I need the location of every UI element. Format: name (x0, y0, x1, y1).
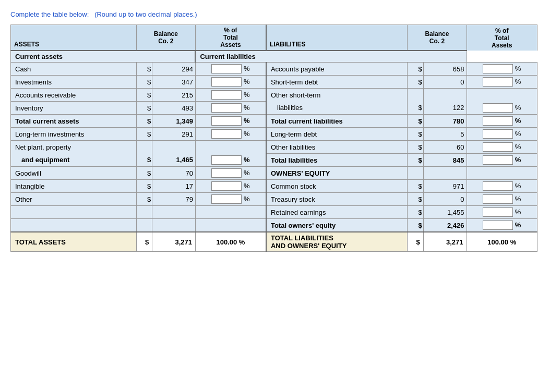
other-short-term-dollar-empty (408, 89, 423, 102)
total-liab-equity-amount: 3,271 (423, 232, 467, 252)
empty-left-total-equity-pct (195, 219, 266, 232)
assets-header: ASSETS (11, 25, 137, 51)
total-owners-equity-label: Total owners' equity (266, 219, 408, 232)
total-assets-amount: 3,271 (152, 232, 196, 252)
net-plant-pct-input[interactable] (211, 155, 242, 165)
liabilities-pct-input[interactable] (483, 103, 513, 113)
short-term-debt-label: Short-term debt (266, 76, 408, 89)
intangible-amount: 17 (152, 180, 196, 193)
total-owners-equity-pct-input[interactable] (483, 220, 513, 230)
net-plant-pct-empty (195, 141, 266, 154)
pct-assets-left-header: % ofTotalAssets (195, 25, 266, 51)
investments-pct-input[interactable] (211, 77, 242, 87)
empty-left-retained-pct (195, 206, 266, 219)
short-term-debt-pct-cell: % (467, 76, 537, 89)
accounts-receivable-dollar: $ (136, 89, 152, 102)
cash-pct-input[interactable] (211, 64, 242, 74)
total-assets-label: TOTAL ASSETS (11, 232, 137, 252)
inventory-amount: 493 (152, 102, 196, 115)
goodwill-pct-cell: % (195, 167, 266, 180)
total-liab-equity-pct: 100.00 % (467, 232, 537, 252)
cash-dollar: $ (136, 63, 152, 76)
net-plant-amount-empty (152, 141, 196, 154)
total-current-liabilities-label: Total current liabilities (266, 115, 408, 128)
financial-table: ASSETS BalanceCo. 2 % ofTotalAssets LIAB… (10, 24, 537, 252)
retained-earnings-amount: 1,455 (423, 206, 467, 219)
accounts-receivable-label: Accounts receivable (11, 89, 137, 102)
other-liabilities-label: Other liabilities (266, 141, 408, 154)
cash-amount: 294 (152, 63, 196, 76)
empty-left-total-equity-amount (152, 219, 196, 232)
long-term-debt-pct-input[interactable] (483, 129, 513, 139)
investments-pct-cell: % (195, 76, 266, 89)
accounts-payable-amount: 658 (423, 63, 467, 76)
other-liabilities-dollar: $ (408, 141, 423, 154)
total-current-assets-dollar: $ (136, 115, 152, 128)
total-liabilities-pct-input[interactable] (483, 155, 513, 165)
other-liabilities-pct-input[interactable] (483, 142, 513, 152)
long-term-debt-amount: 5 (423, 128, 467, 141)
other-short-term-amount-empty (423, 89, 467, 102)
common-stock-pct-cell: % (467, 180, 537, 193)
retained-earnings-pct-input[interactable] (483, 207, 513, 217)
investments-label: Investments (11, 76, 137, 89)
other-pct-input[interactable] (211, 194, 242, 204)
owners-equity-section-header: OWNERS' EQUITY (266, 167, 408, 180)
other-liabilities-pct-cell: % (467, 141, 537, 154)
liabilities-dollar: $ (408, 102, 423, 115)
empty-left-retained (11, 206, 137, 219)
long-term-investments-pct-cell: % (195, 128, 266, 141)
total-current-assets-amount: 1,349 (152, 115, 196, 128)
goodwill-pct-input[interactable] (211, 168, 242, 178)
intangible-label: Intangible (11, 180, 137, 193)
total-current-liabilities-pct-input[interactable] (483, 116, 513, 126)
short-term-debt-pct-input[interactable] (483, 77, 513, 87)
current-liabilities-section-header: Current liabilities (195, 51, 467, 63)
goodwill-dollar: $ (136, 167, 152, 180)
total-current-assets-label: Total current assets (11, 115, 137, 128)
short-term-debt-amount: 0 (423, 76, 467, 89)
long-term-debt-label: Long-term debt (266, 128, 408, 141)
empty-left-total-equity (11, 219, 137, 232)
total-assets-dollar: $ (136, 232, 152, 252)
treasury-stock-pct-cell: % (467, 193, 537, 206)
common-stock-label: Common stock (266, 180, 408, 193)
total-current-assets-pct-input[interactable] (211, 116, 242, 126)
empty-left-retained-amount (152, 206, 196, 219)
inventory-pct-cell: % (195, 102, 266, 115)
other-amount: 79 (152, 193, 196, 206)
long-term-investments-pct-input[interactable] (211, 129, 242, 139)
total-liabilities-amount: 845 (423, 154, 467, 167)
treasury-stock-pct-input[interactable] (483, 194, 513, 204)
treasury-stock-dollar: $ (408, 193, 423, 206)
liabilities-amount: 122 (423, 102, 467, 115)
total-owners-equity-pct-cell: % (467, 219, 537, 232)
long-term-investments-label: Long-term investments (11, 128, 137, 141)
balance-co2-left-header: BalanceCo. 2 (136, 25, 195, 51)
accounts-payable-pct-input[interactable] (483, 64, 513, 74)
net-plant-pct-cell: % (195, 154, 266, 167)
cash-label: Cash (11, 63, 137, 76)
accounts-receivable-pct-input[interactable] (211, 90, 242, 100)
common-stock-pct-input[interactable] (483, 181, 513, 191)
liabilities-header: LIABILITIES (266, 25, 408, 51)
inventory-pct-input[interactable] (211, 103, 242, 113)
owners-equity-amount-empty (423, 167, 467, 180)
cash-pct-cell: % (195, 63, 266, 76)
other-pct-cell: % (195, 193, 266, 206)
net-plant-and-equipment-dollar: $ (136, 154, 152, 167)
net-plant-and-equipment-amount: 1,465 (152, 154, 196, 167)
total-owners-equity-amount: 2,426 (423, 219, 467, 232)
inventory-dollar: $ (136, 102, 152, 115)
other-short-term-label2: liabilities (266, 102, 408, 115)
long-term-debt-dollar: $ (408, 128, 423, 141)
total-liabilities-dollar: $ (408, 154, 423, 167)
total-liab-equity-label: TOTAL LIABILITIESAND OWNERS' EQUITY (266, 232, 408, 252)
accounts-payable-pct-cell: % (467, 63, 537, 76)
treasury-stock-label: Treasury stock (266, 193, 408, 206)
total-current-liabilities-amount: 780 (423, 115, 467, 128)
goodwill-amount: 70 (152, 167, 196, 180)
total-liab-equity-dollar: $ (408, 232, 423, 252)
current-assets-section-header: Current assets (11, 51, 196, 63)
intangible-pct-input[interactable] (211, 181, 242, 191)
